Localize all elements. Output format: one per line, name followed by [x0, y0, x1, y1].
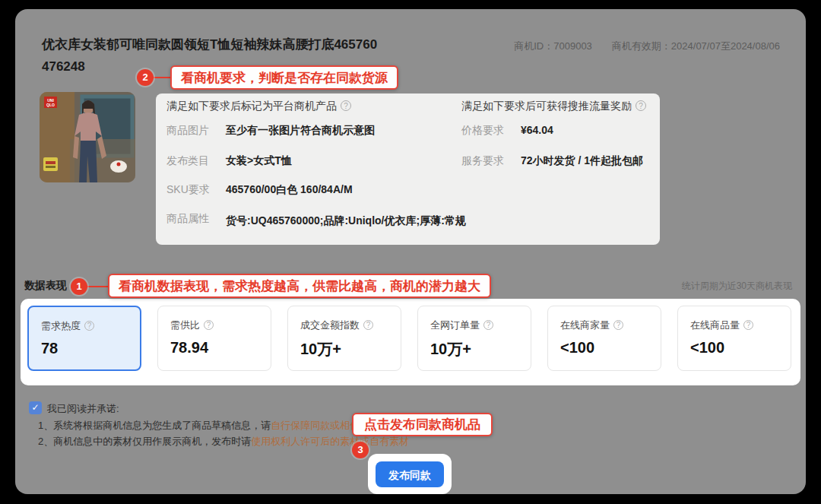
- opportunity-validity: 商机有效期：2024/07/07至2024/08/06: [612, 40, 780, 53]
- requirement-row-sku: SKU要求 465760/00白色 160/84A/M: [166, 183, 353, 197]
- help-icon[interactable]: ?: [341, 100, 351, 111]
- agreement-title: 我已阅读并承诺:: [47, 402, 119, 416]
- header-meta: 商机ID：7009003 商机有效期：2024/07/07至2024/08/06: [514, 40, 780, 53]
- metrics-panel: 需求热度? 78 需供比? 78.94 成交金额指数? 10万+ 全网订单量? …: [21, 299, 800, 385]
- agreement-link-2[interactable]: 使用权利人许可后的素材或自有素材: [251, 436, 409, 447]
- annotation-step1-note: 看商机数据表现，需求热度越高，供需比越高，商机的潜力越大: [108, 274, 491, 298]
- opportunity-detail-page: 优衣库女装郁可唯同款圆领短T恤短袖辣妹高腰打底465760 476248 商机I…: [15, 9, 806, 494]
- help-icon[interactable]: ?: [743, 320, 753, 330]
- requirement-row-attributes: 商品属性 货号:UQ465760000;品牌:Uniqlo/优衣库;厚薄:常规: [166, 212, 466, 229]
- metric-value: 10万+: [430, 339, 531, 360]
- requirement-row-category: 发布类目 女装>女式T恤: [166, 154, 292, 168]
- metric-card-gmv-index[interactable]: 成交金额指数? 10万+: [287, 306, 401, 371]
- metric-card-demand-heat[interactable]: 需求热度? 78: [27, 306, 141, 371]
- requirement-row-image: 商品图片 至少有一张图片符合商机示意图: [166, 124, 375, 138]
- annotation-step3-note: 点击发布同款商机品: [352, 413, 493, 436]
- metric-card-online-products[interactable]: 在线商品量? <100: [677, 306, 791, 371]
- help-icon[interactable]: ?: [363, 320, 373, 330]
- metric-card-online-sellers[interactable]: 在线商家量? <100: [547, 306, 661, 371]
- metric-card-order-volume[interactable]: 全网订单量? 10万+: [417, 306, 531, 371]
- publish-button-container: 发布同款: [368, 454, 452, 494]
- help-icon[interactable]: ?: [84, 321, 94, 331]
- annotation-step1-connector: [87, 286, 109, 287]
- requirements-right-header: 满足如下要求后可获得搜推流量奖励?: [461, 100, 646, 113]
- metric-value: 78.94: [170, 339, 271, 357]
- product-image[interactable]: UNI QLO: [40, 92, 135, 182]
- product-photo-illustration: UNI QLO: [40, 92, 135, 182]
- annotation-step1-badge: 1: [71, 278, 87, 295]
- help-icon[interactable]: ?: [613, 320, 623, 330]
- screenshot-frame: 优衣库女装郁可唯同款圆领短T恤短袖辣妹高腰打底465760 476248 商机I…: [0, 0, 821, 504]
- help-icon[interactable]: ?: [636, 100, 646, 111]
- stats-period-note: 统计周期为近30天商机表现: [682, 280, 792, 293]
- help-icon[interactable]: ?: [204, 320, 214, 330]
- opportunity-requirements-panel: 满足如下要求后标记为平台商机产品? 商品图片 至少有一张图片符合商机示意图 发布…: [156, 94, 660, 245]
- annotation-step3-badge: 3: [352, 442, 369, 458]
- publish-same-product-button[interactable]: 发布同款: [376, 461, 444, 487]
- metric-value: 78: [41, 340, 140, 357]
- annotation-step2-connector: [154, 77, 171, 78]
- annotation-step2-note: 看商机要求，判断是否存在同款货源: [170, 65, 398, 90]
- requirements-left-header: 满足如下要求后标记为平台商机产品?: [166, 100, 351, 113]
- svg-text:QLO: QLO: [46, 103, 55, 107]
- agreement-checkbox[interactable]: ✓: [29, 401, 42, 414]
- annotation-step2-badge: 2: [137, 69, 154, 86]
- help-icon[interactable]: ?: [483, 320, 493, 330]
- metric-value: 10万+: [300, 339, 401, 360]
- requirement-row-price: 价格要求 ¥64.04: [461, 124, 553, 138]
- metric-card-demand-supply-ratio[interactable]: 需供比? 78.94: [157, 306, 271, 371]
- metric-value: <100: [560, 339, 661, 357]
- requirement-row-service: 服务要求 72小时发货 / 1件起批包邮: [461, 154, 643, 168]
- metric-value: <100: [690, 339, 791, 357]
- agreement-line-1: 1、系统将根据商机信息为您生成了商品草稿信息，请自行保障同款或相似的: [38, 419, 369, 433]
- opportunity-id: 商机ID：7009003: [514, 40, 592, 53]
- data-performance-title: 数据表现: [24, 279, 67, 293]
